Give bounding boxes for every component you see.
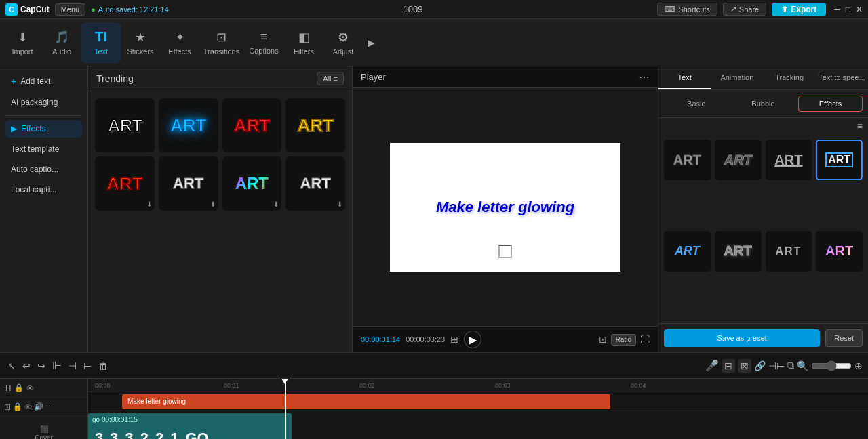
video-track-button[interactable]: ⊠: [738, 359, 751, 373]
more-icon[interactable]: ⋯: [45, 402, 53, 411]
reset-button[interactable]: Reset: [825, 329, 863, 347]
timeline-content: TI 🔒 👁 ⊡ 🔒 👁 🔊 ⋯ ⬛ Cover 00:: [0, 379, 868, 439]
lock-icon[interactable]: 🔒: [14, 383, 24, 392]
minimize-icon[interactable]: ─: [834, 5, 840, 14]
effects-nav-item[interactable]: ▶ Effects: [5, 120, 82, 138]
pip-button[interactable]: ⧉: [787, 360, 794, 371]
text-template-nav-item[interactable]: Text template: [5, 140, 82, 158]
ratio-button[interactable]: Ratio: [611, 334, 636, 346]
filter-sort-button[interactable]: ≡: [857, 121, 863, 131]
tool-transitions[interactable]: ⊡ Transitions: [199, 22, 243, 63]
left-panel: + Add text AI packaging ▶ Effects Text t…: [0, 66, 88, 352]
maximize-icon[interactable]: □: [846, 5, 850, 14]
video-clip[interactable]: go 00:00:01:15 3 3 3 2 2 1 GO: [88, 413, 292, 440]
tool-text[interactable]: TI Text: [81, 22, 121, 63]
tab-text[interactable]: Text: [658, 66, 711, 89]
art-item-2[interactable]: ART: [159, 98, 218, 152]
timeline-grid-button[interactable]: ⊞: [450, 334, 458, 345]
cover-icon: ⬛: [40, 425, 48, 433]
crop-button[interactable]: ⊡: [599, 334, 607, 345]
track-area: 00:00 00:01 00:02 00:03 00:04 Make lette…: [88, 379, 868, 439]
project-id: 1009: [174, 4, 652, 14]
text-track-label: TI 🔒 👁: [0, 379, 87, 398]
audio-icon[interactable]: 🔊: [34, 402, 43, 411]
snap-button[interactable]: ⊣⊢: [768, 360, 785, 371]
tool-effects[interactable]: ✦ Effects: [160, 22, 199, 63]
zoom-slider[interactable]: [811, 360, 852, 371]
effect-item-6[interactable]: ART: [715, 231, 762, 272]
download-icon-6: ⬇: [210, 201, 216, 208]
subtab-bubble[interactable]: Bubble: [731, 96, 795, 112]
split-button[interactable]: ⊩: [50, 357, 64, 374]
add-text-button[interactable]: + Add text: [5, 72, 82, 91]
zoom-out-button[interactable]: 🔍: [797, 360, 808, 371]
art-item-5[interactable]: ART ⬇: [95, 156, 155, 211]
tool-filters[interactable]: ◧ Filters: [284, 22, 323, 63]
art-item-8[interactable]: ART ⬇: [285, 156, 345, 211]
video-lock-icon[interactable]: 🔒: [13, 402, 22, 411]
redo-button[interactable]: ↪: [35, 358, 47, 373]
art-item-7[interactable]: ART ⬇: [222, 156, 282, 211]
timeline-toolbar: ↖ ↩ ↪ ⊩ ⊣ ⊢ 🗑 🎤 ⊟ ⊠ 🔗 ⊣⊢ ⧉ 🔍 ⊕: [0, 353, 868, 379]
art-item-4[interactable]: ART: [285, 98, 345, 152]
player-text: Make letter glowing: [436, 198, 574, 216]
tool-audio[interactable]: 🎵 Audio: [42, 22, 81, 63]
align-left-button[interactable]: ⊣: [66, 358, 79, 373]
art-item-1[interactable]: ART: [95, 98, 155, 152]
effect-item-8[interactable]: ART: [816, 231, 863, 272]
mic-button[interactable]: 🎤: [705, 359, 719, 372]
share-button[interactable]: ↗ Share: [723, 3, 766, 16]
subtab-basic[interactable]: Basic: [664, 96, 728, 112]
tab-animation[interactable]: Animation: [711, 66, 763, 89]
fullscreen-button[interactable]: ⛶: [640, 334, 650, 345]
import-icon: ⬇: [18, 30, 28, 45]
effect-item-7[interactable]: ART: [766, 231, 812, 272]
link-button[interactable]: 🔗: [754, 360, 766, 371]
zoom-in-button[interactable]: ⊕: [854, 360, 863, 371]
audio-track-button[interactable]: ⊟: [722, 359, 735, 373]
toolbar-expand-button[interactable]: ▶: [363, 22, 379, 63]
undo-button[interactable]: ↩: [20, 358, 33, 373]
video-label: go: [92, 416, 100, 423]
effect-item-1[interactable]: ART: [664, 140, 711, 180]
play-button[interactable]: ▶: [464, 331, 481, 348]
auto-caption-nav-item[interactable]: Auto captio...: [5, 161, 82, 178]
menu-button[interactable]: Menu: [55, 3, 86, 16]
tool-captions[interactable]: ≡ Captions: [243, 22, 284, 63]
effect-item-4[interactable]: ART: [816, 140, 863, 180]
export-icon: ⬆: [781, 5, 788, 14]
tool-adjust[interactable]: ⚙ Adjust: [323, 22, 363, 63]
eye-icon[interactable]: 👁: [26, 384, 34, 392]
text-icon: TI: [95, 29, 107, 45]
tool-import[interactable]: ⬇ Import: [3, 22, 42, 63]
player-canvas-inner: Make letter glowing: [390, 143, 620, 272]
tab-tracking[interactable]: Tracking: [764, 66, 816, 89]
tab-tts[interactable]: Text to spee...: [816, 66, 868, 89]
subtab-effects[interactable]: Effects: [798, 96, 863, 112]
cover-button[interactable]: ⬛ Cover: [35, 425, 53, 439]
trending-label: Trending: [96, 73, 134, 84]
download-icon-5: ⬇: [146, 201, 152, 208]
delete-button[interactable]: 🗑: [96, 358, 110, 373]
local-caption-nav-item[interactable]: Local capti...: [5, 181, 82, 198]
video-eye-icon[interactable]: 👁: [24, 403, 32, 411]
align-center-button[interactable]: ⊢: [81, 358, 94, 373]
shortcuts-button[interactable]: ⌨ Shortcuts: [657, 3, 717, 16]
text-clip[interactable]: Make letter glowing: [122, 394, 610, 409]
art-item-3[interactable]: ART: [222, 98, 282, 152]
right-panel: Text Animation Tracking Text to spee... …: [658, 66, 868, 352]
art-item-6[interactable]: ART ⬇: [159, 156, 218, 211]
save-preset-button[interactable]: Save as preset: [664, 329, 820, 347]
effect-item-2[interactable]: ART: [715, 140, 762, 180]
ai-packaging-button[interactable]: AI packaging: [5, 93, 82, 111]
effect-item-5[interactable]: ART: [664, 231, 711, 272]
text-track: Make letter glowing: [88, 392, 868, 411]
player-menu-button[interactable]: ⋯: [639, 70, 650, 83]
all-filter-button[interactable]: All ≡: [317, 72, 344, 85]
export-button[interactable]: ⬆ Export: [772, 3, 826, 16]
cursor-tool[interactable]: ↖: [5, 358, 18, 373]
cover-label-area: ⬛ Cover: [0, 417, 87, 439]
close-icon[interactable]: ✕: [856, 5, 863, 14]
effect-item-3[interactable]: ART: [766, 140, 812, 180]
tool-stickers[interactable]: ★ Stickers: [121, 22, 160, 63]
